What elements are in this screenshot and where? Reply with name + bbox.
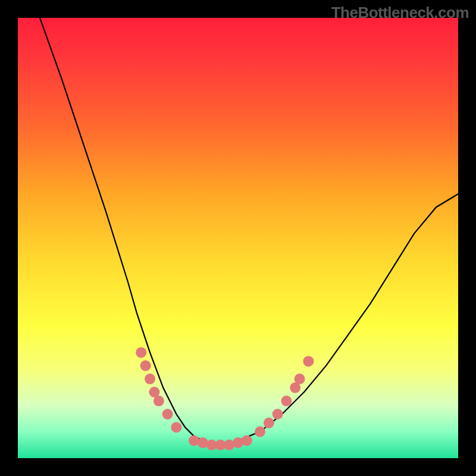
data-dot [145,374,155,384]
data-dot [171,422,181,433]
data-dot [281,396,292,406]
data-dot [273,409,283,419]
data-dot [136,347,146,358]
data-dot [264,418,274,428]
data-dot [295,374,305,384]
plot-area [18,18,458,458]
data-dot [154,396,164,406]
chart-frame: TheBottleneck.com [0,0,476,476]
data-dot [162,409,173,419]
curve-svg [18,18,458,458]
bottleneck-curve [40,18,458,445]
data-dot [255,427,265,437]
data-dot [140,361,151,371]
data-dots [136,347,314,450]
data-dot [303,356,314,367]
data-dot [242,435,252,446]
